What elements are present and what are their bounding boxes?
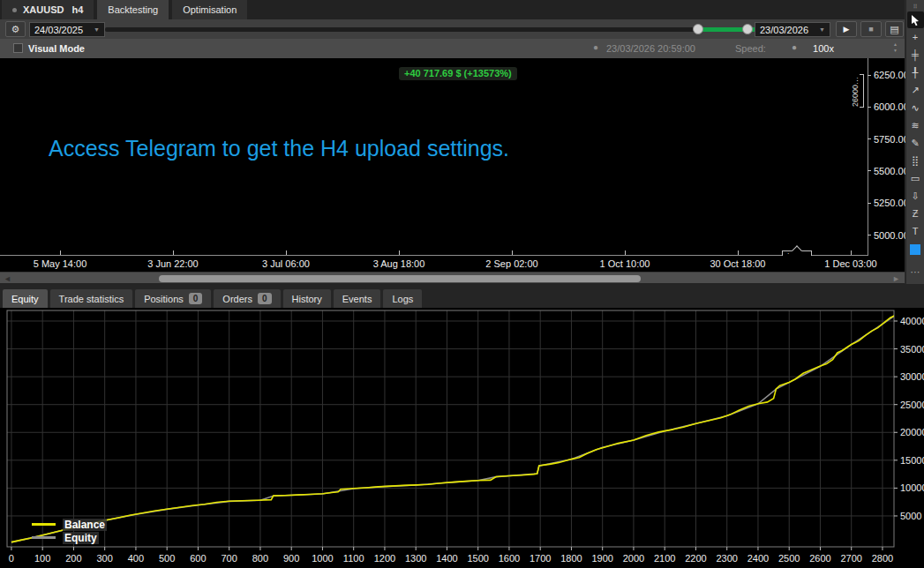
timeline-slider[interactable] — [105, 19, 751, 39]
start-date-select[interactable]: 24/03/2025 ▼ — [29, 22, 105, 37]
end-date-select[interactable]: 23/03/2026 ▼ — [755, 22, 830, 37]
tab-symbol-chart[interactable]: XAUUSD h4 — [2, 0, 94, 19]
time-tick-mark — [173, 250, 174, 255]
tab-events[interactable]: Events — [334, 289, 381, 308]
current-time-dot-icon: ● — [593, 42, 598, 52]
time-axis: 5 May 14:003 Jun 22:003 Jul 06:003 Aug 1… — [0, 256, 905, 272]
playback-toolbar: ⚙ 24/03/2025 ▼ 23/03/2026 ▼ ▶ ■ ▤ — [0, 19, 905, 39]
pencil-tool[interactable]: ✎ — [907, 135, 924, 152]
fibonacci-tool[interactable]: ≋ — [907, 117, 924, 134]
count-badge: 0 — [258, 293, 272, 304]
visual-mode-checkbox[interactable] — [13, 43, 23, 53]
tab-equity[interactable]: Equity — [3, 289, 48, 308]
time-tick-mark — [286, 250, 287, 255]
equity-x-tick-label: 1700 — [530, 553, 551, 564]
time-tick-mark — [738, 250, 739, 255]
pattern-tool[interactable]: ⣿ — [907, 153, 924, 169]
equity-x-tick-label: 1000 — [312, 553, 333, 564]
equity-y-tick-label: 35000 — [900, 344, 924, 355]
equity-x-tick-label: 400 — [128, 553, 144, 564]
tab-positions[interactable]: Positions0 — [135, 289, 211, 308]
save-button[interactable]: ▤ — [885, 21, 904, 37]
speed-spinner[interactable]: ▲▼ — [893, 41, 898, 54]
symbol-status-dot — [12, 8, 17, 12]
slider-track[interactable] — [105, 27, 751, 32]
equity-x-tick-label: 2700 — [840, 553, 861, 564]
profit-badge: +40 717.69 $ (+13573%) — [399, 67, 517, 80]
count-badge: 0 — [189, 293, 203, 304]
color-swatch[interactable] — [907, 241, 924, 258]
price-axis: 6250.006000.005750.005500.005250.005000.… — [868, 58, 905, 256]
equity-y-tick-label: 30000 — [900, 371, 924, 382]
anchor-cross-tool[interactable]: ╀ — [907, 64, 924, 81]
legend-label: Balance — [63, 519, 107, 531]
equity-x-tick-label: 700 — [222, 553, 237, 564]
equity-x-tick-label: 1600 — [499, 553, 520, 564]
equity-legend: BalanceEquity — [32, 518, 107, 544]
time-tick-mark — [851, 250, 852, 255]
tab-backtesting[interactable]: Backtesting — [97, 0, 169, 19]
wave-tool[interactable]: ∿ — [907, 100, 924, 116]
equity-y-tick-label: 25000 — [900, 400, 924, 410]
side-label-bracket — [860, 74, 864, 108]
price-tick-label: 6250.00 — [868, 70, 909, 80]
equity-x-tick-label: 100 — [34, 553, 50, 564]
equity-x-tick-label: 1200 — [374, 553, 395, 564]
series-balance — [11, 316, 895, 542]
tab-trade-statistics[interactable]: Trade statistics — [50, 289, 133, 308]
equity-x-tick-label: 2600 — [809, 553, 830, 564]
text-tool[interactable]: T — [907, 223, 924, 240]
play-icon: ▶ — [844, 25, 850, 34]
equity-x-tick-label: 1800 — [560, 553, 582, 564]
legend-swatch — [32, 536, 56, 539]
crosshair-tool[interactable]: + — [907, 29, 924, 46]
rectangle-tool[interactable]: ▭ — [907, 170, 924, 187]
main-chart[interactable]: +40 717.69 $ (+13573%) Access Telegram t… — [0, 58, 905, 256]
time-tick-label: 1 Oct 10:00 — [576, 258, 673, 269]
scrubber-notch — [792, 245, 801, 255]
equity-x-tick-label: 900 — [283, 553, 299, 564]
symbol-label: XAUUSD — [23, 4, 64, 15]
equity-x-tick-label: 0 — [9, 553, 14, 564]
scroll-left-icon[interactable]: ◄ — [4, 274, 11, 283]
price-lines-tool[interactable]: ╪ — [907, 47, 924, 64]
trendline-tool[interactable]: ↗ — [907, 82, 924, 99]
spinner-down-icon[interactable]: ▼ — [893, 48, 898, 54]
tab-history[interactable]: History — [283, 289, 331, 308]
play-button[interactable]: ▶ — [836, 21, 857, 37]
stop-button[interactable]: ■ — [860, 21, 882, 37]
scrollbar-thumb[interactable] — [159, 275, 641, 282]
equity-x-tick-label: 200 — [65, 553, 81, 564]
price-tick-label: 5000.00 — [868, 230, 909, 241]
chevron-down-icon: ▼ — [819, 26, 825, 33]
legend-item-equity: Equity — [32, 531, 107, 544]
equity-x-tick-label: 500 — [159, 553, 175, 564]
tab-label: Equity — [11, 294, 39, 304]
marker-down-tool[interactable]: ⇩ — [907, 188, 924, 205]
slider-handle-end[interactable] — [742, 24, 753, 34]
equity-y-tick-label: 15000 — [900, 455, 924, 466]
tab-logs[interactable]: Logs — [383, 289, 422, 308]
tab-label: History — [292, 294, 322, 304]
tab-label: Positions — [144, 294, 184, 304]
time-tick-label: 30 Oct 18:00 — [689, 258, 786, 269]
end-date-value: 23/03/2026 — [760, 25, 808, 35]
zigzag-tool[interactable]: Ƶ — [907, 206, 924, 222]
tab-optimisation[interactable]: Optimisation — [172, 0, 247, 19]
scroll-right-icon[interactable]: ► — [892, 274, 900, 283]
chart-scrollbar[interactable]: ◄ ► — [0, 272, 905, 284]
cursor-tool[interactable] — [907, 11, 924, 28]
more-tools[interactable]: ⋯ — [907, 264, 924, 280]
settings-button[interactable]: ⚙ — [5, 21, 26, 37]
price-tick-label: 6000.00 — [868, 101, 909, 112]
slider-handle-start[interactable] — [693, 24, 703, 34]
equity-x-tick-label: 2100 — [654, 553, 675, 564]
gear-icon: ⚙ — [11, 24, 20, 34]
spinner-up-icon[interactable]: ▲ — [893, 41, 898, 48]
time-tick-mark — [399, 250, 400, 255]
tab-orders[interactable]: Orders0 — [214, 289, 280, 308]
tab-optimisation-label: Optimisation — [183, 4, 237, 15]
side-price-label: 26000… — [851, 77, 860, 107]
chart-overlay-text: Access Telegram to get the H4 upload set… — [49, 136, 509, 161]
time-tick-mark — [60, 250, 61, 255]
